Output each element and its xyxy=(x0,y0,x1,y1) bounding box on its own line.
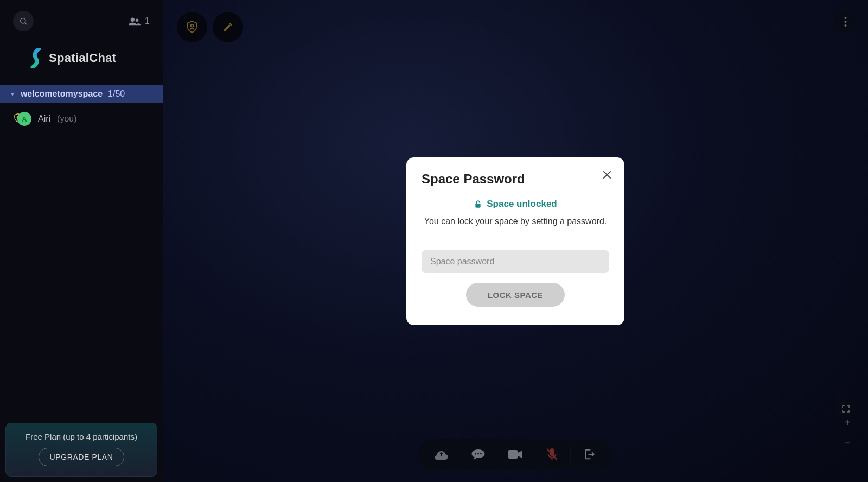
sidebar-top-row: 1 xyxy=(0,0,163,35)
space-password-modal: Space Password Space unlocked You can lo… xyxy=(406,157,624,325)
svg-point-0 xyxy=(21,18,25,23)
app-root: 1 SpatialChat ▼ welcometomyspace 1/50 A … xyxy=(0,0,868,482)
close-modal-button[interactable] xyxy=(602,169,612,180)
modal-overlay[interactable]: Space Password Space unlocked You can lo… xyxy=(163,0,868,482)
channel-row[interactable]: ▼ welcometomyspace 1/50 xyxy=(0,85,163,103)
space-status-row: Space unlocked xyxy=(422,199,609,210)
search-icon xyxy=(19,17,28,26)
people-icon xyxy=(129,17,141,26)
chevron-down-icon: ▼ xyxy=(10,91,15,97)
space-status-text: Space unlocked xyxy=(487,199,557,210)
close-icon xyxy=(602,169,612,180)
modal-title: Space Password xyxy=(422,172,609,187)
upgrade-plan-button[interactable]: UPGRADE PLAN xyxy=(39,448,125,466)
user-you-label: (you) xyxy=(57,114,76,124)
participants-count: 1 xyxy=(145,16,150,26)
sidebar: 1 SpatialChat ▼ welcometomyspace 1/50 A … xyxy=(0,0,163,482)
unlock-icon xyxy=(474,200,482,208)
user-avatar-group: A xyxy=(13,110,31,128)
lock-space-button[interactable]: LOCK SPACE xyxy=(466,283,565,307)
participants-indicator[interactable]: 1 xyxy=(129,16,150,26)
channel-name: welcometomyspace xyxy=(21,89,103,99)
logo-text: SpatialChat xyxy=(49,51,116,65)
space-canvas[interactable]: + − Space Password xyxy=(163,0,868,482)
user-row[interactable]: A Airi (you) xyxy=(0,103,163,135)
logo-mark xyxy=(29,48,42,68)
svg-point-2 xyxy=(131,18,135,22)
search-button[interactable] xyxy=(13,11,34,31)
user-name: Airi xyxy=(38,114,50,124)
svg-rect-19 xyxy=(476,204,481,207)
svg-point-3 xyxy=(136,18,139,22)
space-password-input[interactable] xyxy=(422,250,609,273)
svg-line-1 xyxy=(25,23,27,24)
avatar-initial: A xyxy=(22,115,27,123)
avatar: A xyxy=(17,112,31,126)
plan-line: Free Plan (up to 4 participants) xyxy=(25,432,137,441)
modal-description: You can lock your space by setting a pas… xyxy=(422,215,609,227)
plan-card: Free Plan (up to 4 participants) UPGRADE… xyxy=(5,423,157,477)
channel-count: 1/50 xyxy=(108,89,125,99)
logo-row: SpatialChat xyxy=(0,35,163,85)
